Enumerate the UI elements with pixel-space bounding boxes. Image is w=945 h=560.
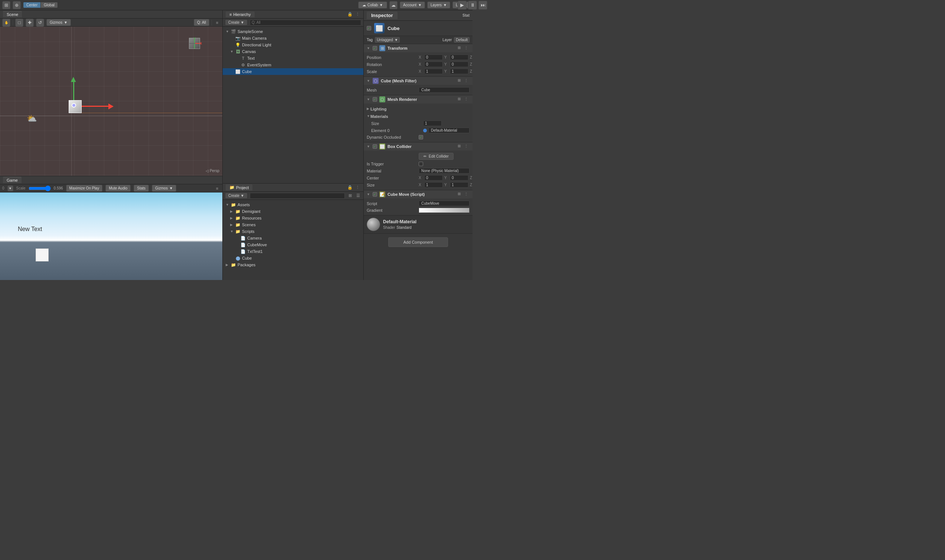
scale-x-input[interactable] bbox=[424, 69, 443, 74]
orientation-gizmo[interactable]: Y X bbox=[182, 31, 208, 56]
mf-dots-btn[interactable]: ⋮ bbox=[464, 78, 470, 83]
sample-scene-item[interactable]: ▼ 🎬 SampleScene bbox=[223, 28, 363, 35]
gizmos-dropdown[interactable]: Gizmos ▼ bbox=[46, 19, 71, 26]
size-input[interactable] bbox=[423, 120, 442, 126]
panel-menu2[interactable]: ≡ bbox=[214, 185, 220, 191]
x-handle[interactable] bbox=[80, 106, 109, 107]
scenes-item[interactable]: ▶ 📁 Scenes bbox=[223, 222, 363, 228]
obj-active-checkbox[interactable]: ✓ bbox=[367, 26, 371, 31]
scene-qall[interactable]: Q: All bbox=[194, 19, 209, 26]
rotate-tool[interactable]: ↺ bbox=[36, 18, 44, 27]
panel-menu-icon[interactable]: ≡ bbox=[214, 20, 220, 26]
pos-x-input[interactable] bbox=[424, 54, 443, 60]
canvas-item[interactable]: ▼ 🖼 Canvas bbox=[223, 48, 363, 55]
tag-dropdown[interactable]: Untagged ▼ bbox=[375, 37, 400, 43]
mr-menu-btn[interactable]: ⊞ bbox=[458, 97, 463, 102]
camera-script-item[interactable]: 📄 Camera bbox=[223, 235, 363, 242]
pause-button[interactable]: ⏸ bbox=[468, 1, 473, 10]
project-search[interactable] bbox=[250, 193, 345, 199]
mr-dots-btn[interactable]: ⋮ bbox=[464, 97, 470, 102]
scale-slider[interactable] bbox=[29, 186, 51, 190]
rect-tool[interactable]: □ bbox=[15, 18, 23, 27]
cm-menu-btn[interactable]: ⊞ bbox=[458, 192, 463, 197]
rot-x-input[interactable] bbox=[424, 62, 443, 67]
cubemove-item[interactable]: 📄 CubeMove bbox=[223, 242, 363, 248]
hand-tool[interactable]: ✋ bbox=[2, 18, 11, 27]
stats-btn[interactable]: Stats bbox=[134, 185, 149, 192]
project-lock-icon[interactable]: 🔒 bbox=[347, 185, 353, 191]
cube-move-header[interactable]: ▼ ✓ 📝 Cube Move (Script) ⊞ ⋮ bbox=[364, 190, 473, 198]
mr-checkbox[interactable]: ✓ bbox=[373, 97, 377, 102]
bc-sy-input[interactable] bbox=[450, 182, 469, 188]
txttest1-item[interactable]: 📄 TxtTest1 bbox=[223, 248, 363, 255]
maximize-btn[interactable]: Maximize On Play bbox=[66, 185, 103, 192]
add-component-button[interactable]: Add Component bbox=[388, 237, 449, 247]
bc-cy-input[interactable] bbox=[450, 175, 469, 181]
tools-icon-2[interactable]: ⊕ bbox=[12, 1, 21, 9]
game-res-dropdown[interactable]: ▼ bbox=[8, 185, 13, 191]
bc-menu-btn[interactable]: ⊞ bbox=[458, 144, 463, 149]
bc-dots-btn[interactable]: ⋮ bbox=[464, 144, 470, 149]
scene-tab[interactable]: Scene bbox=[3, 11, 22, 17]
rot-y-input[interactable] bbox=[450, 62, 469, 67]
bc-cx-input[interactable] bbox=[424, 175, 443, 181]
layer-dropdown[interactable]: Default bbox=[454, 37, 470, 43]
cube-object[interactable] bbox=[67, 98, 82, 113]
move-tool[interactable]: ✚ bbox=[26, 18, 34, 27]
stat-button[interactable]: Stat bbox=[462, 13, 470, 17]
scene-viewport[interactable]: Y X ⛅ ◁ Persp bbox=[0, 27, 222, 176]
hierarchy-tab[interactable]: ≡ Hierarchy bbox=[226, 11, 254, 17]
text-item[interactable]: T Text bbox=[223, 55, 363, 62]
bc-checkbox[interactable]: ✓ bbox=[373, 144, 377, 149]
cube-material-item[interactable]: ⬤ Cube bbox=[223, 255, 363, 262]
trigger-checkbox[interactable] bbox=[419, 162, 423, 166]
resources-item[interactable]: ▶ 📁 Resources bbox=[223, 215, 363, 222]
y-handle[interactable] bbox=[73, 82, 74, 100]
cm-checkbox[interactable]: ✓ bbox=[373, 192, 377, 197]
box-collider-header[interactable]: ▼ ✓ ⬜ Box Collider ⊞ ⋮ bbox=[364, 142, 473, 151]
game-tab[interactable]: Game bbox=[3, 177, 22, 183]
center-dot[interactable] bbox=[72, 103, 76, 108]
eventsystem-item[interactable]: ⚙ EventSystem bbox=[223, 62, 363, 68]
mesh-renderer-header[interactable]: ▼ ✓ ⬡ Mesh Renderer ⊞ ⋮ bbox=[364, 95, 473, 103]
proj-icon2[interactable]: ☰ bbox=[355, 193, 361, 199]
cm-dots-btn[interactable]: ⋮ bbox=[464, 192, 470, 197]
transform-checkbox[interactable]: ✓ bbox=[373, 46, 377, 51]
panel-menu-icon2[interactable]: ≡ bbox=[214, 185, 220, 191]
bc-sx-input[interactable] bbox=[424, 182, 443, 188]
lock-icon[interactable]: 🔒 bbox=[347, 11, 353, 17]
proj-icon1[interactable]: ⊞ bbox=[347, 193, 353, 199]
gradient-field[interactable] bbox=[419, 208, 470, 213]
main-camera-item[interactable]: 📷 Main Camera bbox=[223, 35, 363, 42]
menu-icon[interactable]: ⋮ bbox=[355, 11, 361, 17]
scale-y-input[interactable] bbox=[450, 69, 469, 74]
play-button[interactable]: ▶ bbox=[458, 1, 467, 10]
project-tab[interactable]: 📁 Project bbox=[226, 184, 253, 191]
inspector-tab[interactable]: Inspector bbox=[367, 11, 398, 19]
directional-light-item[interactable]: 💡 Directional Light bbox=[223, 42, 363, 48]
account-button[interactable]: Account ▼ bbox=[400, 2, 425, 9]
packages-item[interactable]: ▶ 📁 Packages bbox=[223, 262, 363, 268]
transform-menu-btn[interactable]: ⊞ bbox=[458, 46, 463, 51]
layers-button[interactable]: Layers ▼ bbox=[427, 2, 450, 9]
transform-header[interactable]: ▼ ✓ ⊞ Transform ⊞ ⋮ bbox=[364, 44, 473, 52]
pos-y-input[interactable] bbox=[450, 54, 469, 60]
project-create-btn[interactable]: Create ▼ bbox=[225, 192, 248, 199]
cube-item[interactable]: ⬜ Cube bbox=[223, 68, 363, 75]
mesh-filter-header[interactable]: ▼ ⬡ Cube (Mesh Filter) ⊞ ⋮ bbox=[364, 77, 473, 85]
mute-btn[interactable]: Mute Audio bbox=[105, 185, 131, 192]
hierarchy-create-btn[interactable]: Create ▼ bbox=[225, 19, 248, 26]
scripts-item[interactable]: ▼ 📁 Scripts bbox=[223, 228, 363, 235]
dynamic-checkbox[interactable]: ✓ bbox=[419, 135, 423, 140]
project-menu-icon[interactable]: ⋮ bbox=[355, 185, 361, 191]
gizmos-game-btn[interactable]: Gizmos ▼ bbox=[152, 185, 176, 192]
cloud-button[interactable]: ☁ bbox=[389, 1, 398, 9]
demigiant-item[interactable]: ▶ 📁 Demigiant bbox=[223, 208, 363, 215]
global-btn[interactable]: Global bbox=[41, 2, 57, 8]
mf-menu-btn[interactable]: ⊞ bbox=[458, 78, 463, 83]
assets-item[interactable]: ▼ 📁 Assets bbox=[223, 202, 363, 208]
transform-dots-btn[interactable]: ⋮ bbox=[464, 46, 470, 51]
edit-collider-btn[interactable]: ✏ Edit Collider bbox=[419, 153, 453, 160]
tools-icon-1[interactable]: ⊞ bbox=[2, 1, 11, 9]
hierarchy-search[interactable] bbox=[250, 20, 361, 26]
